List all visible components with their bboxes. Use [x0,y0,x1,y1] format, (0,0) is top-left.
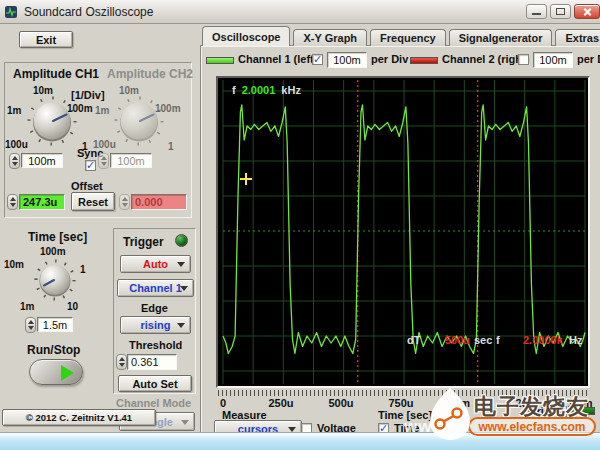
channel1-div-field[interactable]: 100m [327,52,367,68]
offset-reset-button[interactable]: Reset [71,192,115,211]
ch2-offset-field: 0.000 [131,194,187,210]
chevron-down-icon [180,286,188,295]
maximize-button[interactable] [550,4,571,19]
ch1-amplitude-field[interactable]: 100m [21,153,63,168]
amplitude-panel: Amplitude CH1 Amplitude CH2 [1/Div] 10m … [4,62,192,218]
run-stop-button[interactable] [29,359,83,385]
channel-mode-title: Channel Mode [116,397,191,409]
freq-value: 2.0001 [242,84,276,96]
per-div-label-2: per Div [577,53,600,65]
trigger-panel: Trigger Auto Channel 1 Edge rising Thres… [113,228,196,394]
x-tick-250u: 250u [268,397,293,409]
cursor-f-unit: Hz [569,334,582,346]
titlebar: Soundcard Oszilloscope [0,0,600,24]
window-title: Soundcard Oszilloscope [24,5,153,19]
ch2-amplitude-field: 100m [110,153,152,168]
cursor-f-value: 2.0000k [523,334,563,346]
tab-oscilloscope[interactable]: Oscilloscope [202,26,290,46]
minimize-button[interactable] [526,4,547,19]
chevron-down-icon [177,323,185,332]
trigger-edge-dropdown[interactable]: rising [120,316,191,334]
yellow-crosshair-cursor[interactable] [240,173,252,185]
tab-bar: Oscilloscope X-Y Graph Frequency Signalg… [202,26,600,46]
tab-frequency[interactable]: Frequency [370,29,446,46]
x-tick-0: 0 [220,397,226,409]
oscilloscope-display[interactable]: f 2.0001 kHz dT 500u sec f 2.0000k Hz [216,76,590,388]
app-window: Soundcard Oszilloscope Exit Amplitude CH… [0,0,600,450]
ch2-offset-stepper [119,194,130,210]
ch1-scale-100u: 100u [5,139,28,150]
chevron-down-icon [181,420,189,429]
channel2-div-field[interactable]: 100m [533,52,573,68]
sync-checkbox[interactable] [85,160,96,171]
ch2-scale-1: 1 [168,141,174,152]
chevron-down-icon [177,262,185,271]
channel1-legend-label: Channel 1 (left) [238,53,317,65]
tab-extras[interactable]: Extras [555,29,600,46]
freq-label: f [232,84,236,96]
cursor-readout: dT 500u sec f 2.0000k Hz [218,334,588,348]
minimize-icon [532,13,541,15]
channel1-color-swatch [206,57,234,64]
ch1-scale-1m: 1m [7,105,21,116]
frequency-readout: f 2.0001 kHz [232,84,301,96]
time-scale-100m: 100m [40,246,66,257]
close-button[interactable] [574,4,600,19]
trigger-title: Trigger [123,235,164,249]
elecfans-leaf-logo [426,386,474,442]
x-tick-500u: 500u [328,397,353,409]
time-scale-10m: 10m [4,259,24,270]
tab-xy-graph[interactable]: X-Y Graph [293,29,367,46]
amplitude-ch1-title: Amplitude CH1 [13,67,99,81]
threshold-field[interactable]: 0.361 [127,354,177,370]
channel2-enable-checkbox[interactable] [518,54,529,65]
trigger-mode-dropdown[interactable]: Auto [120,255,191,273]
auto-set-button[interactable]: Auto Set [118,375,192,392]
threshold-stepper[interactable] [116,354,127,370]
time-field[interactable]: 1.5m [37,317,73,332]
dt-unit: sec [474,334,492,346]
trigger-source-dropdown[interactable]: Channel 1 [117,279,194,297]
dt-label: dT [407,334,420,346]
time-scale-1m: 1m [20,301,34,312]
channel2-color-swatch [410,57,438,64]
ch1-offset-field[interactable]: 247.3u [19,194,65,210]
cursor-f-label: f [496,334,500,346]
channel2-legend-label: Channel 2 (right) [442,53,529,65]
time-knob[interactable] [33,258,77,302]
edge-title: Edge [141,302,168,314]
threshold-title: Threshold [129,339,182,351]
freq-unit: kHz [281,84,301,96]
offset-title: Offset [71,180,103,192]
time-title: Time [sec] [28,230,87,244]
run-stop-label: Run/Stop [27,343,80,357]
app-icon [4,5,18,19]
channel1-enable-checkbox[interactable] [312,54,323,65]
copyright-button: © 2012 C. Zeitnitz V1.41 [2,409,156,426]
close-icon [583,7,592,16]
amplitude-ch1-knob[interactable] [26,95,78,147]
per-div-label-1: per Div [371,53,408,65]
x-tick-750u: 750u [388,397,413,409]
time-stepper[interactable] [25,317,36,333]
play-triangle-icon [61,365,74,381]
watermark-brand-url: www.elecfans.com [468,417,596,436]
ch2-amplitude-stepper [98,153,109,169]
time-scale-10: 10 [67,301,78,312]
dt-value: 500u [445,334,470,346]
amplitude-ch2-title: Amplitude CH2 [107,67,193,81]
ch1-amplitude-stepper[interactable] [9,153,20,169]
exit-button[interactable]: Exit [19,31,73,48]
tab-signalgenerator[interactable]: Signalgenerator [449,29,553,46]
amplitude-ch2-knob [113,95,165,147]
ch1-offset-stepper[interactable] [7,194,18,210]
trigger-led-icon [175,234,188,247]
window-controls [523,4,600,19]
ch2-scale-1m: 1m [95,105,109,116]
time-scale-1: 1 [80,264,86,275]
maximize-icon [556,8,565,15]
